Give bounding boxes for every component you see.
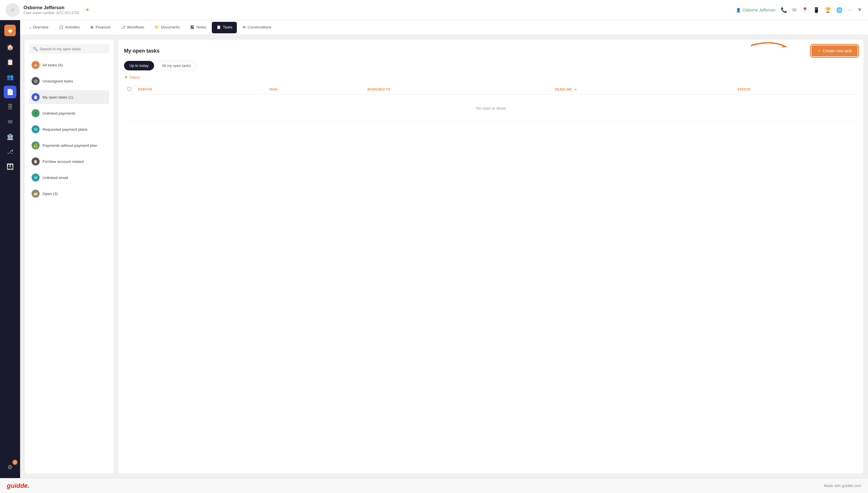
location-icon[interactable]: 📍 [802,7,808,13]
tab-finances[interactable]: 🏛 Finances [86,20,115,35]
tab-bar: ↓ Overview 📋 Activities 🏛 Finances ⎇ Wor… [20,20,868,35]
footer: guidde. Made with guidde.com [0,478,868,493]
eye-icon[interactable]: 👁 [85,7,90,13]
right-panel: My open tasks ＋ Create new task [118,40,863,473]
empty-table-message: No rows to show [124,94,858,122]
svg-marker-0 [782,44,786,48]
sidebar-bottom: ⚙ 2 [4,461,16,473]
filter-icon: ▼ [124,75,128,80]
select-all-checkbox[interactable] [128,87,131,91]
tab-overview[interactable]: ↓ Overview [25,20,53,35]
header-right: 👤 Osborne Jefferson 📞 ✉ 📍 📱 🏆 🌐 ··· ▼ [736,7,862,13]
finview-icon: 📋 [31,157,40,166]
col-task: TASK [266,84,364,94]
notification-badge: 2 [12,460,18,465]
chevron-down-icon[interactable]: ▼ [857,7,862,13]
payments-without-plan-icon: 💰 [31,141,40,149]
email-icon[interactable]: ✉ [792,7,797,13]
overview-icon: ↓ [29,25,31,29]
arrow-annotation [749,40,795,54]
main-content: ↓ Overview 📋 Activities 🏛 Finances ⎇ Wor… [20,20,868,478]
header-logged-in-user: 👤 Osborne Jefferson [736,8,776,12]
create-new-task-button[interactable]: ＋ Create new task [812,45,858,56]
all-tasks-icon: 🏠 [31,61,40,69]
col-status: STATUS [734,84,858,94]
task-group-requested-plans[interactable]: ✉ Requested payment plans [29,122,109,136]
task-group-open[interactable]: 📁 Open (3) [29,187,109,200]
task-group-my-open[interactable]: 📋 My open tasks (1) [29,90,109,104]
filter-tab-all-open[interactable]: All my open tasks [156,61,197,70]
sidebar-item-bank[interactable]: 🏦 [4,130,16,143]
avatar: ♂ [6,3,20,17]
tasks-table: DEBTOR TASK ASSIGNED TO DEADLINE [124,84,858,122]
trophy-icon[interactable]: 🏆 [825,7,831,13]
activities-icon: 📋 [59,25,64,29]
search-box[interactable]: 🔍 [29,44,109,53]
task-group-unassigned[interactable]: ⊘ Unassigned tasks [29,74,109,88]
header-user-info: Osborne Jefferson Case owner number: ACC… [24,5,79,15]
unlinked-payments-icon: 💲 [31,109,40,117]
left-sidebar: ◆ 🏠 📋 👥 📄 🗄 ✉ 🏦 ⎇ 👨‍👩‍👧 ⚙ 2 [0,20,20,478]
sidebar-item-database[interactable]: 🗄 [4,101,16,113]
col-debtor: DEBTOR [135,84,266,94]
sidebar-item-team[interactable]: 👨‍👩‍👧 [4,160,16,173]
sidebar-item-workflows[interactable]: ⎇ [4,145,16,158]
plus-icon: ＋ [817,48,821,53]
sidebar-item-documents[interactable]: 📄 [4,86,16,98]
workflows-icon: ⎇ [121,25,125,29]
sidebar-logo: ◆ [4,25,16,36]
unlinked-email-icon: ✉ [31,173,40,181]
sidebar-item-cases[interactable]: 📋 [4,56,16,68]
content-area: 🔍 🏠 All tasks (4) ⊘ Unassigned tasks 📋 M… [20,35,868,478]
panel-title: My open tasks [124,48,160,54]
header-username: Osborne Jefferson [24,5,79,10]
layout: ◆ 🏠 📋 👥 📄 🗄 ✉ 🏦 ⎇ 👨‍👩‍👧 ⚙ 2 ↓ Overview 📋 [0,20,868,478]
filter-tabs: Up to today All my open tasks [124,61,858,70]
globe-icon[interactable]: 🌐 [836,7,842,13]
phone-icon[interactable]: 📞 [781,7,787,13]
search-input[interactable] [40,47,106,51]
user-icon: 👤 [736,8,741,12]
header-left: ♂ Osborne Jefferson Case owner number: A… [6,3,736,17]
unassigned-tasks-icon: ⊘ [31,77,40,85]
filter-tab-up-to-today[interactable]: Up to today [124,61,154,70]
sort-icon: ▼ [574,88,577,91]
tab-tasks[interactable]: 📋 Tasks [212,22,237,33]
sidebar-icon-wrapper: ⚙ 2 [4,461,16,473]
task-group-unlinked-email[interactable]: ✉ Unlinked email [29,171,109,185]
more-icon[interactable]: ··· [848,7,852,13]
tab-workflows[interactable]: ⎇ Workflows [117,20,149,35]
task-group-finview[interactable]: 📋 FinView account related [29,154,109,168]
tab-conversations[interactable]: ✉ Conversations [238,20,276,35]
panel-header: My open tasks ＋ Create new task [124,45,858,56]
sidebar-item-home[interactable]: 🏠 [4,41,16,53]
search-icon: 🔍 [33,46,38,51]
tab-activities[interactable]: 📋 Activities [54,20,84,35]
tab-documents[interactable]: 📁 Documents [150,20,184,35]
footer-logo: guidde. [7,482,29,490]
tab-notes[interactable]: 📓 Notes [185,20,211,35]
my-open-tasks-icon: 📋 [31,93,40,101]
task-group-payments-without-plan[interactable]: 💰 Payments without payment plan [29,138,109,152]
sidebar-item-mail[interactable]: ✉ [4,115,16,128]
sidebar-item-contacts[interactable]: 👥 [4,71,16,83]
header-case-number: Case owner number: ACC-DCI-2702 [24,11,79,15]
footer-credit: Made with guidde.com [824,484,861,488]
conversations-icon: ✉ [243,25,246,29]
tasks-icon: 📋 [216,25,221,29]
task-group-all[interactable]: 🏠 All tasks (4) [29,58,109,72]
col-assigned-to: ASSIGNED TO [364,84,551,94]
col-deadline[interactable]: DEADLINE ▼ [551,84,734,94]
mobile-icon[interactable]: 📱 [813,7,820,13]
left-panel: 🔍 🏠 All tasks (4) ⊘ Unassigned tasks 📋 M… [25,40,114,473]
notes-icon: 📓 [190,25,195,29]
top-header: ♂ Osborne Jefferson Case owner number: A… [0,0,868,20]
requested-plans-icon: ✉ [31,125,40,133]
task-group-unlinked-payments[interactable]: 💲 Unlinked payments [29,106,109,120]
filters-row[interactable]: ▼ Filters [124,75,858,80]
open-icon: 📁 [31,190,40,198]
documents-icon: 📁 [155,25,159,29]
tasks-table-container: DEBTOR TASK ASSIGNED TO DEADLINE [124,84,858,468]
finances-icon: 🏛 [90,25,94,29]
